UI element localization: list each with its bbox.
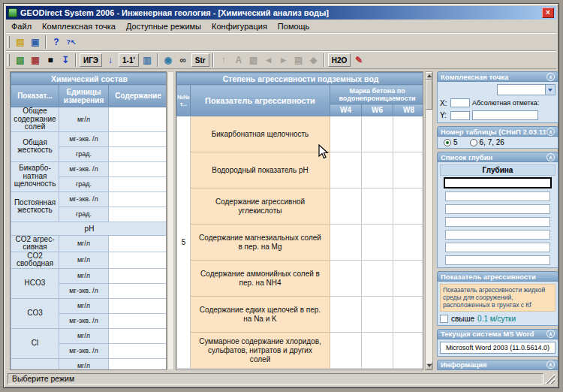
collapse-icon[interactable]: ∧	[546, 153, 555, 161]
scrollbar-thumb[interactable]	[426, 80, 432, 110]
depth-row[interactable]	[445, 217, 550, 227]
image-icon[interactable]: ▨	[246, 53, 261, 68]
grade-cell[interactable]	[393, 152, 424, 188]
open-folder-icon[interactable]: ▤	[13, 35, 28, 50]
panel-depth-list-header[interactable]: Список глубин ∧	[437, 152, 558, 162]
value-cell[interactable]	[109, 161, 167, 176]
menu-item-3[interactable]: Доступные режимы	[121, 20, 206, 32]
y-input[interactable]	[450, 111, 470, 120]
radio-table-5[interactable]: 5	[444, 138, 458, 146]
collapse-icon[interactable]: ∧	[546, 128, 555, 136]
ige-button[interactable]: ИГЭ	[80, 53, 102, 67]
depth-row[interactable]	[445, 204, 550, 214]
toolbar-grip[interactable]	[8, 54, 10, 66]
save-icon[interactable]: ▣	[28, 35, 43, 50]
toolbar-grip[interactable]	[8, 36, 10, 48]
context-help-icon[interactable]: ?↖	[64, 35, 79, 50]
chart-icon[interactable]: ▦	[28, 53, 43, 68]
radio-table-6-7-26[interactable]: 6, 7, 26	[470, 138, 504, 146]
close-button[interactable]: ×	[542, 8, 554, 18]
depth-row[interactable]	[445, 191, 550, 201]
str-button[interactable]: Str	[191, 53, 209, 67]
value-cell[interactable]	[109, 343, 167, 358]
panel-information-header[interactable]: Информация ∧	[437, 360, 558, 370]
grade-cell[interactable]	[330, 116, 362, 152]
main-vertical-scrollbar[interactable]	[425, 71, 433, 370]
value-cell[interactable]	[109, 268, 167, 283]
abs-mark-input[interactable]	[472, 110, 538, 120]
chevron-down-icon[interactable]	[545, 85, 555, 95]
pen-icon[interactable]: ✎	[351, 53, 366, 68]
globe-icon[interactable]: ◉	[161, 53, 176, 68]
binoculars-icon[interactable]: ∞	[176, 53, 191, 68]
grade-cell[interactable]	[362, 188, 393, 225]
depth-row[interactable]	[445, 230, 550, 240]
font-icon[interactable]: A	[231, 53, 246, 68]
value-cell[interactable]	[109, 283, 167, 298]
grade-cell[interactable]	[362, 152, 393, 188]
depth-row[interactable]	[444, 177, 552, 188]
resize-grip-icon[interactable]	[545, 374, 555, 384]
value-cell[interactable]	[109, 107, 167, 132]
collapse-icon[interactable]: ∧	[546, 330, 555, 338]
depth-row[interactable]	[445, 243, 550, 252]
value-cell[interactable]	[109, 313, 167, 328]
scroll-down-icon[interactable]	[426, 362, 432, 369]
tree-icon[interactable]: ◆	[306, 53, 321, 68]
grade-cell[interactable]	[362, 297, 393, 333]
menu-item-5[interactable]: Помощь	[272, 20, 315, 32]
depth-row[interactable]	[445, 255, 550, 265]
kf-checkbox[interactable]	[440, 315, 448, 323]
scroll-up-icon[interactable]	[426, 72, 432, 80]
back-icon[interactable]: ◄	[261, 53, 276, 68]
section-1-1-button[interactable]: 1-1'	[119, 53, 139, 67]
grade-cell[interactable]	[330, 188, 362, 225]
import-icon[interactable]: ↧	[58, 53, 73, 68]
value-cell[interactable]	[109, 207, 167, 222]
grade-cell[interactable]	[393, 297, 424, 333]
value-cell[interactable]	[109, 328, 167, 343]
value-cell[interactable]	[109, 176, 167, 191]
columns-icon[interactable]: ▥	[140, 53, 155, 68]
grade-cell[interactable]	[362, 261, 393, 297]
panel-aggressiveness-header[interactable]: Показатель агрессивности	[437, 271, 558, 282]
down-arrow-icon[interactable]: ↓	[103, 53, 118, 68]
grade-cell[interactable]	[330, 225, 362, 261]
value-cell[interactable]	[109, 131, 167, 146]
up-arrow-icon[interactable]: ↑	[216, 53, 231, 68]
x-input[interactable]	[450, 98, 470, 107]
collapse-icon[interactable]: ∧	[546, 360, 555, 369]
grade-cell[interactable]	[393, 116, 424, 152]
panel-ms-word-header[interactable]: Текущая система MS Word ∧	[437, 329, 558, 339]
value-cell[interactable]	[109, 298, 167, 313]
help-icon[interactable]: ?	[49, 35, 64, 50]
value-cell[interactable]	[109, 358, 167, 370]
grade-cell[interactable]	[362, 116, 393, 152]
stop-icon[interactable]: ■	[43, 53, 58, 68]
map-layers-icon[interactable]: ▧	[13, 53, 28, 68]
grade-cell[interactable]	[330, 261, 362, 297]
menu-item-4[interactable]: Конфигурация	[206, 20, 272, 32]
value-cell[interactable]	[109, 252, 167, 268]
grade-cell[interactable]	[393, 333, 424, 369]
grade-cell[interactable]	[362, 333, 393, 369]
grade-cell[interactable]	[393, 261, 424, 297]
value-cell[interactable]	[109, 191, 167, 207]
grade-cell[interactable]	[330, 333, 362, 369]
left-table-scrollbar[interactable]	[167, 71, 174, 370]
grade-cell[interactable]	[393, 225, 424, 261]
menu-item-2[interactable]: Комплексная точка	[37, 20, 121, 32]
menu-item-1[interactable]: Файл	[6, 20, 37, 32]
fill-icon[interactable]: ▤	[291, 53, 306, 68]
h2o-button[interactable]: H2O	[328, 53, 351, 67]
forward-icon[interactable]: ►	[276, 53, 291, 68]
word-version-box[interactable]: Microsoft Word 2003 (11.0.5614.0)	[440, 342, 555, 354]
grade-cell[interactable]	[330, 152, 362, 188]
grade-cell[interactable]	[393, 188, 424, 225]
value-cell[interactable]	[109, 235, 167, 252]
panel-table-number-header[interactable]: Номер таблицы (СНиП 2.03.11 ∧	[437, 126, 558, 137]
panel-complex-point-header[interactable]: Комплексная точка ∧	[437, 71, 558, 82]
grade-cell[interactable]	[330, 297, 362, 333]
collapse-icon[interactable]: ∧	[546, 73, 555, 81]
grade-cell[interactable]	[362, 225, 393, 261]
